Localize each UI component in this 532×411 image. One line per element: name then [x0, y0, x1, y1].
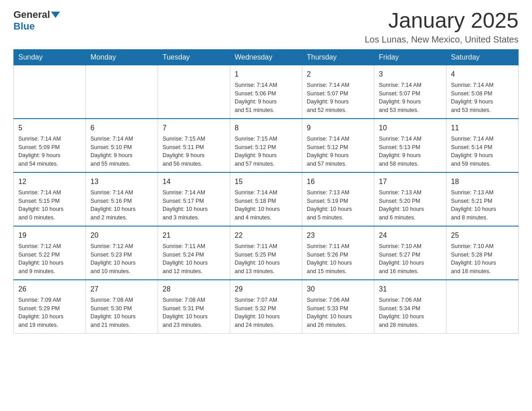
- day-number: 19: [18, 230, 81, 241]
- day-info: Sunrise: 7:14 AMSunset: 5:17 PMDaylight:…: [163, 188, 225, 222]
- calendar-day-16: 16Sunrise: 7:13 AMSunset: 5:19 PMDayligh…: [302, 172, 374, 226]
- day-info: Sunrise: 7:11 AMSunset: 5:26 PMDaylight:…: [307, 242, 369, 276]
- calendar-day-22: 22Sunrise: 7:11 AMSunset: 5:25 PMDayligh…: [230, 226, 302, 280]
- day-info: Sunrise: 7:14 AMSunset: 5:09 PMDaylight:…: [18, 135, 81, 168]
- day-info: Sunrise: 7:14 AMSunset: 5:15 PMDaylight:…: [18, 188, 81, 222]
- day-info: Sunrise: 7:13 AMSunset: 5:21 PMDaylight:…: [451, 188, 514, 222]
- calendar-header-friday: Friday: [374, 49, 446, 65]
- calendar-header-tuesday: Tuesday: [158, 49, 230, 65]
- day-info: Sunrise: 7:08 AMSunset: 5:30 PMDaylight:…: [90, 296, 153, 330]
- logo-arrow-icon: [51, 12, 60, 18]
- logo-general-text: General: [13, 9, 50, 21]
- day-number: 24: [379, 230, 442, 241]
- day-info: Sunrise: 7:06 AMSunset: 5:33 PMDaylight:…: [307, 296, 369, 330]
- calendar-day-15: 15Sunrise: 7:14 AMSunset: 5:18 PMDayligh…: [230, 172, 302, 226]
- day-number: 2: [307, 69, 369, 80]
- calendar-header-monday: Monday: [86, 49, 158, 65]
- day-info: Sunrise: 7:14 AMSunset: 5:12 PMDaylight:…: [307, 135, 369, 168]
- day-info: Sunrise: 7:14 AMSunset: 5:07 PMDaylight:…: [307, 81, 369, 115]
- day-info: Sunrise: 7:11 AMSunset: 5:24 PMDaylight:…: [163, 242, 225, 276]
- calendar-day-17: 17Sunrise: 7:13 AMSunset: 5:20 PMDayligh…: [374, 172, 446, 226]
- calendar-day-25: 25Sunrise: 7:10 AMSunset: 5:28 PMDayligh…: [446, 226, 519, 280]
- calendar-header-wednesday: Wednesday: [230, 49, 302, 65]
- day-info: Sunrise: 7:11 AMSunset: 5:25 PMDaylight:…: [235, 242, 297, 276]
- day-number: 22: [235, 230, 297, 241]
- calendar-day-20: 20Sunrise: 7:12 AMSunset: 5:23 PMDayligh…: [86, 226, 158, 280]
- day-number: 20: [90, 230, 153, 241]
- calendar-header-thursday: Thursday: [302, 49, 374, 65]
- day-info: Sunrise: 7:13 AMSunset: 5:20 PMDaylight:…: [379, 188, 442, 222]
- day-number: 17: [379, 176, 442, 187]
- day-number: 23: [307, 230, 369, 241]
- day-number: 16: [307, 176, 369, 187]
- day-info: Sunrise: 7:14 AMSunset: 5:07 PMDaylight:…: [379, 81, 442, 115]
- calendar-day-empty: [86, 65, 158, 119]
- day-number: 8: [235, 123, 297, 133]
- day-number: 13: [90, 176, 153, 187]
- calendar-week-row: 1Sunrise: 7:14 AMSunset: 5:06 PMDaylight…: [14, 65, 519, 119]
- day-number: 27: [90, 284, 153, 295]
- day-number: 12: [18, 176, 81, 187]
- calendar-day-12: 12Sunrise: 7:14 AMSunset: 5:15 PMDayligh…: [14, 172, 86, 226]
- calendar-day-empty: [14, 65, 86, 119]
- day-number: 1: [235, 69, 297, 80]
- logo-blue-text: Blue: [13, 21, 35, 32]
- calendar-header-saturday: Saturday: [446, 49, 519, 65]
- calendar-table: SundayMondayTuesdayWednesdayThursdayFrid…: [13, 49, 519, 334]
- calendar-week-row: 26Sunrise: 7:09 AMSunset: 5:29 PMDayligh…: [14, 280, 519, 334]
- day-info: Sunrise: 7:14 AMSunset: 5:08 PMDaylight:…: [451, 81, 514, 115]
- day-number: 14: [163, 176, 225, 187]
- day-info: Sunrise: 7:13 AMSunset: 5:19 PMDaylight:…: [307, 188, 369, 222]
- day-number: 15: [235, 176, 297, 187]
- day-number: 3: [379, 69, 442, 80]
- calendar-day-6: 6Sunrise: 7:14 AMSunset: 5:10 PMDaylight…: [86, 119, 158, 172]
- title-section: January 2025 Los Lunas, New Mexico, Unit…: [365, 9, 519, 45]
- calendar-header-sunday: Sunday: [14, 49, 86, 65]
- day-info: Sunrise: 7:15 AMSunset: 5:12 PMDaylight:…: [235, 135, 297, 168]
- calendar-day-13: 13Sunrise: 7:14 AMSunset: 5:16 PMDayligh…: [86, 172, 158, 226]
- calendar-week-row: 12Sunrise: 7:14 AMSunset: 5:15 PMDayligh…: [14, 172, 519, 226]
- calendar-day-7: 7Sunrise: 7:15 AMSunset: 5:11 PMDaylight…: [158, 119, 230, 172]
- calendar-day-26: 26Sunrise: 7:09 AMSunset: 5:29 PMDayligh…: [14, 280, 86, 334]
- calendar-day-2: 2Sunrise: 7:14 AMSunset: 5:07 PMDaylight…: [302, 65, 374, 119]
- day-info: Sunrise: 7:08 AMSunset: 5:31 PMDaylight:…: [163, 296, 225, 330]
- calendar-week-row: 19Sunrise: 7:12 AMSunset: 5:22 PMDayligh…: [14, 226, 519, 280]
- calendar-day-3: 3Sunrise: 7:14 AMSunset: 5:07 PMDaylight…: [374, 65, 446, 119]
- calendar-day-28: 28Sunrise: 7:08 AMSunset: 5:31 PMDayligh…: [158, 280, 230, 334]
- day-info: Sunrise: 7:10 AMSunset: 5:28 PMDaylight:…: [451, 242, 514, 276]
- calendar-day-19: 19Sunrise: 7:12 AMSunset: 5:22 PMDayligh…: [14, 226, 86, 280]
- calendar-day-empty: [446, 280, 519, 334]
- calendar-day-27: 27Sunrise: 7:08 AMSunset: 5:30 PMDayligh…: [86, 280, 158, 334]
- day-number: 10: [379, 123, 442, 133]
- day-info: Sunrise: 7:12 AMSunset: 5:22 PMDaylight:…: [18, 242, 81, 276]
- day-number: 11: [451, 123, 514, 133]
- calendar-day-8: 8Sunrise: 7:15 AMSunset: 5:12 PMDaylight…: [230, 119, 302, 172]
- page-header: General Blue January 2025 Los Lunas, New…: [13, 9, 519, 45]
- calendar-day-1: 1Sunrise: 7:14 AMSunset: 5:06 PMDaylight…: [230, 65, 302, 119]
- day-number: 29: [235, 284, 297, 295]
- calendar-day-10: 10Sunrise: 7:14 AMSunset: 5:13 PMDayligh…: [374, 119, 446, 172]
- day-number: 25: [451, 230, 514, 241]
- day-number: 18: [451, 176, 514, 187]
- logo: General Blue: [13, 9, 61, 32]
- location-text: Los Lunas, New Mexico, United States: [365, 34, 519, 45]
- calendar-day-31: 31Sunrise: 7:06 AMSunset: 5:34 PMDayligh…: [374, 280, 446, 334]
- calendar-day-21: 21Sunrise: 7:11 AMSunset: 5:24 PMDayligh…: [158, 226, 230, 280]
- day-info: Sunrise: 7:14 AMSunset: 5:10 PMDaylight:…: [90, 135, 153, 168]
- day-number: 28: [163, 284, 225, 295]
- calendar-day-empty: [158, 65, 230, 119]
- calendar-day-29: 29Sunrise: 7:07 AMSunset: 5:32 PMDayligh…: [230, 280, 302, 334]
- month-title: January 2025: [365, 9, 519, 33]
- day-info: Sunrise: 7:06 AMSunset: 5:34 PMDaylight:…: [379, 296, 442, 330]
- day-info: Sunrise: 7:07 AMSunset: 5:32 PMDaylight:…: [235, 296, 297, 330]
- day-number: 9: [307, 123, 369, 133]
- calendar-day-24: 24Sunrise: 7:10 AMSunset: 5:27 PMDayligh…: [374, 226, 446, 280]
- day-info: Sunrise: 7:12 AMSunset: 5:23 PMDaylight:…: [90, 242, 153, 276]
- day-number: 5: [18, 123, 81, 133]
- day-info: Sunrise: 7:10 AMSunset: 5:27 PMDaylight:…: [379, 242, 442, 276]
- calendar-header-row: SundayMondayTuesdayWednesdayThursdayFrid…: [14, 49, 519, 65]
- calendar-day-23: 23Sunrise: 7:11 AMSunset: 5:26 PMDayligh…: [302, 226, 374, 280]
- calendar-day-14: 14Sunrise: 7:14 AMSunset: 5:17 PMDayligh…: [158, 172, 230, 226]
- day-info: Sunrise: 7:09 AMSunset: 5:29 PMDaylight:…: [18, 296, 81, 330]
- day-number: 4: [451, 69, 514, 80]
